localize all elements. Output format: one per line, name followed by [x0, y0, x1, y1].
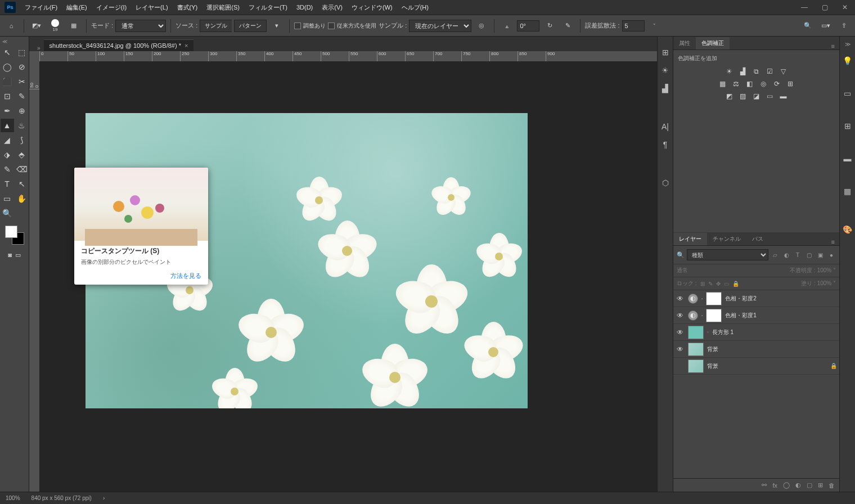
- filter-text-icon[interactable]: T: [793, 250, 802, 259]
- link-layers-icon[interactable]: ⚯: [762, 482, 767, 489]
- lock-pixels-icon[interactable]: ✎: [708, 281, 713, 287]
- menu-item[interactable]: ヘルプ(H): [397, 0, 433, 15]
- dock-libraries-icon[interactable]: ▭: [844, 89, 851, 98]
- tool-3[interactable]: ⊘: [15, 60, 29, 74]
- screenmode-icon[interactable]: ▭: [15, 251, 21, 259]
- dock-patterns-icon[interactable]: ▦: [844, 187, 851, 196]
- ruler-horizontal[interactable]: 0501001502002503003504004505005506006507…: [39, 51, 657, 61]
- lock-artboard-icon[interactable]: ▭: [724, 281, 729, 287]
- tab-paths[interactable]: パス: [746, 233, 769, 245]
- new-layer-icon[interactable]: ⊞: [818, 482, 823, 489]
- adj-balance-icon[interactable]: ⚖: [732, 79, 741, 88]
- layer-row[interactable]: 👁◐▪色相・彩度1: [673, 307, 839, 324]
- layer-visibility-icon[interactable]: 👁: [676, 328, 685, 336]
- tab-layers[interactable]: レイヤー: [673, 233, 707, 245]
- status-arrow-icon[interactable]: ›: [103, 495, 105, 501]
- tool-20[interactable]: ▭: [1, 192, 14, 205]
- filter-shape-icon[interactable]: ▢: [804, 250, 813, 259]
- close-button[interactable]: ✕: [835, 0, 855, 15]
- delete-layer-icon[interactable]: 🗑: [829, 482, 835, 489]
- layer-fx-icon[interactable]: fx: [772, 482, 777, 489]
- adj-bw-icon[interactable]: ◧: [745, 79, 754, 88]
- zoom-level[interactable]: 100%: [6, 495, 20, 501]
- tab-channels[interactable]: チャンネル: [707, 233, 746, 245]
- tolerance-input[interactable]: [622, 20, 645, 32]
- tool-0[interactable]: ↖: [1, 46, 14, 59]
- menu-item[interactable]: レイヤー(L): [131, 0, 172, 15]
- tool-1[interactable]: ⬚: [15, 46, 29, 59]
- layer-visibility-icon[interactable]: 👁: [676, 345, 685, 353]
- tab-properties[interactable]: 属性: [673, 37, 696, 50]
- reset-angle-icon[interactable]: ↻: [542, 18, 557, 34]
- dock-histogram-icon[interactable]: ⊞: [662, 48, 669, 57]
- menu-item[interactable]: 3D(D): [292, 0, 317, 15]
- filter-image-icon[interactable]: ▱: [771, 250, 780, 259]
- foreground-color[interactable]: [5, 226, 17, 238]
- blend-mode-select[interactable]: 通常: [677, 267, 688, 274]
- dock-gradients-icon[interactable]: ▬: [844, 154, 852, 163]
- tool-17[interactable]: ⌫: [15, 163, 29, 176]
- tab-close-icon[interactable]: ×: [184, 42, 188, 49]
- new-adjustment-icon[interactable]: ◐: [795, 482, 801, 489]
- tooltip-learn-link[interactable]: 方法を見る: [170, 272, 201, 279]
- tool-16[interactable]: ✎: [1, 163, 14, 176]
- adj-vibrance-icon[interactable]: ▽: [779, 67, 788, 76]
- tool-23[interactable]: [15, 206, 29, 220]
- dock-histogram2-icon[interactable]: ▟: [662, 84, 668, 93]
- angle-input[interactable]: [517, 20, 539, 32]
- new-group-icon[interactable]: ▢: [807, 482, 812, 489]
- layers-panel-menu-icon[interactable]: ≡: [827, 238, 839, 245]
- search-icon[interactable]: 🔍: [800, 18, 816, 34]
- layer-row[interactable]: 👁▫長方形 1: [673, 324, 839, 341]
- opacity-value[interactable]: 100%: [817, 267, 832, 273]
- layer-row[interactable]: 背景🔒: [673, 358, 839, 375]
- layer-mask-thumb[interactable]: [706, 309, 722, 322]
- tolerance-dropdown[interactable]: ˅: [647, 18, 663, 34]
- tool-10[interactable]: ▲: [1, 119, 14, 132]
- menu-item[interactable]: ファイル(F): [20, 0, 62, 15]
- dock-character-icon[interactable]: A|: [662, 122, 669, 131]
- ignore-adjustments-icon[interactable]: ◎: [474, 18, 489, 34]
- legacy-checkbox[interactable]: 従来方式を使用: [328, 22, 376, 30]
- menu-item[interactable]: イメージ(I): [92, 0, 131, 15]
- tool-11[interactable]: ♨: [15, 119, 29, 132]
- adj-brightness-icon[interactable]: ☀: [725, 67, 734, 76]
- filter-adj-icon[interactable]: ◐: [782, 250, 791, 259]
- brush-preview[interactable]: 19: [47, 17, 64, 34]
- adj-hue-icon[interactable]: ▦: [718, 79, 727, 88]
- document-tab[interactable]: shutterstock_84936124.jpg @ 100% (RGB/8#…: [44, 39, 194, 51]
- sample-select[interactable]: 現在のレイヤー: [409, 20, 471, 32]
- dock-learn-icon[interactable]: 💡: [843, 56, 852, 65]
- dock-color-icon[interactable]: 🎨: [843, 225, 852, 234]
- lock-position-icon[interactable]: ✥: [716, 281, 721, 287]
- adj-lookup-icon[interactable]: ⊞: [786, 79, 795, 88]
- dock-brightness-icon[interactable]: ☀: [662, 66, 669, 75]
- layer-mask-icon[interactable]: ◯: [783, 482, 790, 489]
- lock-icon[interactable]: 🔒: [732, 281, 739, 287]
- source-sample-toggle[interactable]: サンプル: [200, 20, 232, 32]
- layer-filter-select[interactable]: 種類: [687, 249, 768, 260]
- quickmask-icon[interactable]: ◙: [8, 251, 12, 259]
- menu-item[interactable]: 表示(V): [317, 0, 347, 15]
- adj-mixer-icon[interactable]: ⟳: [772, 79, 781, 88]
- brush-panel-icon[interactable]: ▦: [66, 18, 82, 34]
- document-dimensions[interactable]: 840 px x 560 px (72 ppi): [32, 495, 92, 501]
- fill-value[interactable]: 100%: [817, 280, 832, 286]
- panel-menu-icon[interactable]: ≡: [827, 43, 839, 50]
- adj-levels-icon[interactable]: ▟: [739, 67, 748, 76]
- maximize-button[interactable]: ▢: [814, 0, 835, 15]
- tool-9[interactable]: ⊕: [15, 104, 29, 118]
- layer-visibility-icon[interactable]: 👁: [676, 295, 685, 303]
- color-swatch[interactable]: [5, 226, 24, 245]
- menu-item[interactable]: 書式(Y): [173, 0, 202, 15]
- aligned-checkbox[interactable]: 調整あり: [294, 22, 326, 30]
- tool-15[interactable]: ⬘: [15, 148, 29, 161]
- dock-3d-icon[interactable]: ⬡: [662, 178, 669, 187]
- layer-visibility-icon[interactable]: 👁: [676, 312, 685, 320]
- menu-item[interactable]: ウィンドウ(W): [347, 0, 397, 15]
- lock-all-icon[interactable]: ⊞: [700, 281, 705, 287]
- dock-collapse-icon[interactable]: ≫: [845, 41, 850, 47]
- layer-mask-thumb[interactable]: [706, 292, 722, 305]
- adj-selective-icon[interactable]: ▬: [779, 92, 788, 101]
- adj-gradient-icon[interactable]: ▭: [766, 92, 775, 101]
